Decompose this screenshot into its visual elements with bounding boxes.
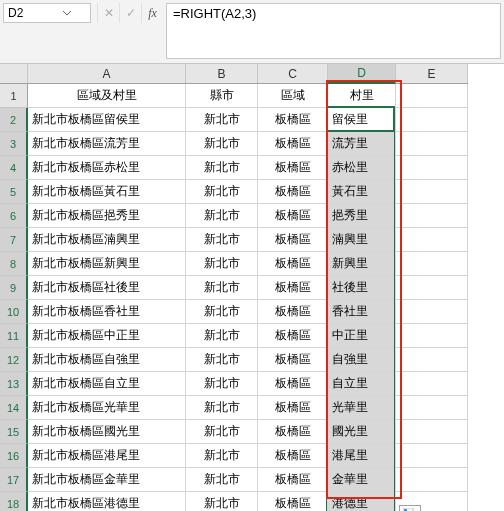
cell-E9[interactable]: [396, 276, 468, 300]
cell-A3[interactable]: 新北市板橋區流芳里: [28, 132, 186, 156]
cell-D1[interactable]: 村里: [328, 84, 396, 108]
row-header-12[interactable]: 12: [0, 348, 28, 372]
cell-D12[interactable]: 自強里: [328, 348, 396, 372]
cell-B6[interactable]: 新北市: [186, 204, 258, 228]
cell-D14[interactable]: 光華里: [328, 396, 396, 420]
cell-grid[interactable]: 區域及村里縣市區域村里新北市板橋區留侯里新北市板橋區留侯里新北市板橋區流芳里新北…: [28, 84, 468, 511]
cell-A2[interactable]: 新北市板橋區留侯里: [28, 108, 186, 132]
cell-B5[interactable]: 新北市: [186, 180, 258, 204]
cell-B17[interactable]: 新北市: [186, 468, 258, 492]
cell-A17[interactable]: 新北市板橋區金華里: [28, 468, 186, 492]
cell-B1[interactable]: 縣市: [186, 84, 258, 108]
cell-A14[interactable]: 新北市板橋區光華里: [28, 396, 186, 420]
row-header-9[interactable]: 9: [0, 276, 28, 300]
cell-C18[interactable]: 板橋區: [258, 492, 328, 511]
select-all-corner[interactable]: [0, 64, 28, 84]
row-header-6[interactable]: 6: [0, 204, 28, 228]
cell-C12[interactable]: 板橋區: [258, 348, 328, 372]
cell-A8[interactable]: 新北市板橋區新興里: [28, 252, 186, 276]
row-header-18[interactable]: 18: [0, 492, 28, 511]
row-header-15[interactable]: 15: [0, 420, 28, 444]
cell-C2[interactable]: 板橋區: [258, 108, 328, 132]
cell-A16[interactable]: 新北市板橋區港尾里: [28, 444, 186, 468]
cell-D11[interactable]: 中正里: [328, 324, 396, 348]
cell-B15[interactable]: 新北市: [186, 420, 258, 444]
cell-E3[interactable]: [396, 132, 468, 156]
row-header-16[interactable]: 16: [0, 444, 28, 468]
confirm-icon[interactable]: ✓: [119, 3, 141, 23]
cell-D18[interactable]: 港德里: [328, 492, 396, 511]
row-header-13[interactable]: 13: [0, 372, 28, 396]
name-box-dropdown-icon[interactable]: [47, 7, 86, 19]
cell-C10[interactable]: 板橋區: [258, 300, 328, 324]
cell-B2[interactable]: 新北市: [186, 108, 258, 132]
cell-D3[interactable]: 流芳里: [328, 132, 396, 156]
fx-icon[interactable]: fx: [141, 3, 163, 23]
cell-E12[interactable]: [396, 348, 468, 372]
cell-C4[interactable]: 板橋區: [258, 156, 328, 180]
row-header-5[interactable]: 5: [0, 180, 28, 204]
cell-C3[interactable]: 板橋區: [258, 132, 328, 156]
row-header-8[interactable]: 8: [0, 252, 28, 276]
column-header-B[interactable]: B: [186, 64, 258, 83]
cell-D13[interactable]: 自立里: [328, 372, 396, 396]
column-header-D[interactable]: D: [328, 64, 396, 84]
cell-D17[interactable]: 金華里: [328, 468, 396, 492]
cell-D2[interactable]: 留侯里: [328, 108, 396, 132]
cell-A13[interactable]: 新北市板橋區自立里: [28, 372, 186, 396]
cell-B3[interactable]: 新北市: [186, 132, 258, 156]
cell-A12[interactable]: 新北市板橋區自強里: [28, 348, 186, 372]
cell-B11[interactable]: 新北市: [186, 324, 258, 348]
cell-E8[interactable]: [396, 252, 468, 276]
cell-C17[interactable]: 板橋區: [258, 468, 328, 492]
cell-D16[interactable]: 港尾里: [328, 444, 396, 468]
cell-E7[interactable]: [396, 228, 468, 252]
cell-C6[interactable]: 板橋區: [258, 204, 328, 228]
cell-A15[interactable]: 新北市板橋區國光里: [28, 420, 186, 444]
cell-A1[interactable]: 區域及村里: [28, 84, 186, 108]
cell-C1[interactable]: 區域: [258, 84, 328, 108]
cell-E16[interactable]: [396, 444, 468, 468]
column-header-C[interactable]: C: [258, 64, 328, 83]
formula-input[interactable]: =RIGHT(A2,3): [166, 3, 501, 59]
cell-B18[interactable]: 新北市: [186, 492, 258, 511]
cell-D10[interactable]: 香社里: [328, 300, 396, 324]
cancel-icon[interactable]: ✕: [97, 3, 119, 23]
cell-C9[interactable]: 板橋區: [258, 276, 328, 300]
column-header-E[interactable]: E: [396, 64, 468, 83]
cell-E11[interactable]: [396, 324, 468, 348]
cell-C11[interactable]: 板橋區: [258, 324, 328, 348]
cell-D7[interactable]: 湳興里: [328, 228, 396, 252]
cell-E15[interactable]: [396, 420, 468, 444]
column-header-A[interactable]: A: [28, 64, 186, 83]
cell-E4[interactable]: [396, 156, 468, 180]
row-header-1[interactable]: 1: [0, 84, 28, 108]
cell-A7[interactable]: 新北市板橋區湳興里: [28, 228, 186, 252]
cell-B9[interactable]: 新北市: [186, 276, 258, 300]
cell-E14[interactable]: [396, 396, 468, 420]
cell-C5[interactable]: 板橋區: [258, 180, 328, 204]
cell-B14[interactable]: 新北市: [186, 396, 258, 420]
autofill-options-icon[interactable]: [399, 505, 421, 511]
cell-B10[interactable]: 新北市: [186, 300, 258, 324]
cell-B8[interactable]: 新北市: [186, 252, 258, 276]
row-header-17[interactable]: 17: [0, 468, 28, 492]
cell-E2[interactable]: [396, 108, 468, 132]
cell-E5[interactable]: [396, 180, 468, 204]
cell-A5[interactable]: 新北市板橋區黃石里: [28, 180, 186, 204]
cell-D15[interactable]: 國光里: [328, 420, 396, 444]
name-box[interactable]: D2: [3, 3, 91, 23]
cell-C15[interactable]: 板橋區: [258, 420, 328, 444]
cell-B7[interactable]: 新北市: [186, 228, 258, 252]
row-header-11[interactable]: 11: [0, 324, 28, 348]
cell-E17[interactable]: [396, 468, 468, 492]
cell-E13[interactable]: [396, 372, 468, 396]
cell-A18[interactable]: 新北市板橋區港德里: [28, 492, 186, 511]
row-header-7[interactable]: 7: [0, 228, 28, 252]
cell-A11[interactable]: 新北市板橋區中正里: [28, 324, 186, 348]
cell-B13[interactable]: 新北市: [186, 372, 258, 396]
cell-D6[interactable]: 挹秀里: [328, 204, 396, 228]
cell-A10[interactable]: 新北市板橋區香社里: [28, 300, 186, 324]
row-header-14[interactable]: 14: [0, 396, 28, 420]
row-header-3[interactable]: 3: [0, 132, 28, 156]
